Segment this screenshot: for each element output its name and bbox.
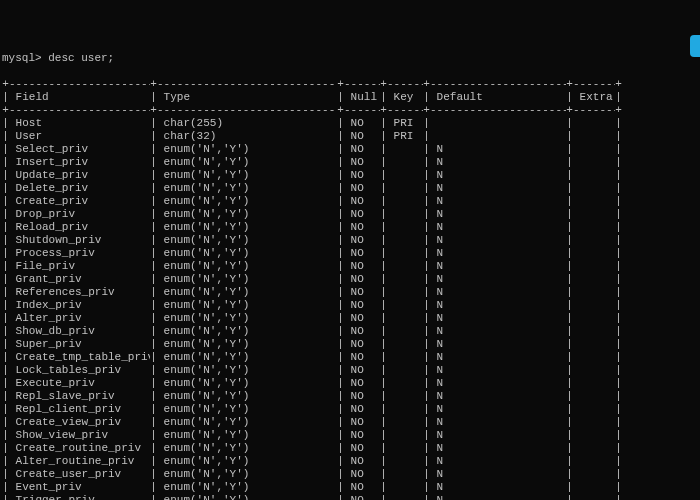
cell-field: Select_priv (9, 143, 150, 156)
cell-type: enum('N','Y') (157, 299, 337, 312)
cell-null: NO (344, 481, 380, 494)
cell-field: Show_db_priv (9, 325, 150, 338)
cell-field: Index_priv (9, 299, 150, 312)
cell-field: References_priv (9, 286, 150, 299)
cell-type: enum('N','Y') (157, 286, 337, 299)
cell-null: NO (344, 117, 380, 130)
cell-field: User (9, 130, 150, 143)
cell-null: NO (344, 455, 380, 468)
cell-extra (573, 182, 615, 195)
table-row: | User| char(32)| NO| PRI| | | (2, 130, 698, 143)
table-row: | Drop_priv| enum('N','Y')| NO| | N| | (2, 208, 698, 221)
cell-null: NO (344, 156, 380, 169)
cell-null: NO (344, 208, 380, 221)
cell-null: NO (344, 247, 380, 260)
cell-default: N (430, 156, 566, 169)
cell-key (387, 481, 423, 494)
cell-default: N (430, 208, 566, 221)
header-default: Default (430, 91, 566, 104)
cell-field: Host (9, 117, 150, 130)
cell-field: Alter_priv (9, 312, 150, 325)
cell-field: Reload_priv (9, 221, 150, 234)
table-row: | Super_priv| enum('N','Y')| NO| | N| | (2, 338, 698, 351)
cell-extra (573, 481, 615, 494)
cell-field: Repl_slave_priv (9, 390, 150, 403)
cell-key (387, 351, 423, 364)
cell-field: File_priv (9, 260, 150, 273)
mysql-prompt[interactable]: mysql> desc user; (2, 52, 698, 65)
cell-type: enum('N','Y') (157, 221, 337, 234)
cell-default: N (430, 312, 566, 325)
cell-extra (573, 494, 615, 500)
cell-type: enum('N','Y') (157, 455, 337, 468)
cell-field: Show_view_priv (9, 429, 150, 442)
cell-extra (573, 429, 615, 442)
cell-null: NO (344, 260, 380, 273)
cell-field: Create_tmp_table_priv (9, 351, 150, 364)
cell-default: N (430, 429, 566, 442)
table-header-row: | Field| Type| Null| Key| Default| Extra… (2, 91, 698, 104)
table-row: | Reload_priv| enum('N','Y')| NO| | N| | (2, 221, 698, 234)
cell-field: Create_priv (9, 195, 150, 208)
cell-type: enum('N','Y') (157, 273, 337, 286)
table-row: | Create_view_priv| enum('N','Y')| NO| |… (2, 416, 698, 429)
cell-field: Super_priv (9, 338, 150, 351)
cell-null: NO (344, 325, 380, 338)
cell-key (387, 182, 423, 195)
table-row: | Create_user_priv| enum('N','Y')| NO| |… (2, 468, 698, 481)
cell-type: enum('N','Y') (157, 312, 337, 325)
cell-key (387, 429, 423, 442)
table-row: | References_priv| enum('N','Y')| NO| | … (2, 286, 698, 299)
cell-field: Update_priv (9, 169, 150, 182)
cell-key (387, 286, 423, 299)
cell-key (387, 338, 423, 351)
cell-extra (573, 377, 615, 390)
cell-field: Insert_priv (9, 156, 150, 169)
cell-extra (573, 195, 615, 208)
table-row: | Delete_priv| enum('N','Y')| NO| | N| | (2, 182, 698, 195)
cell-field: Execute_priv (9, 377, 150, 390)
side-tab-icon[interactable] (690, 35, 700, 57)
cell-extra (573, 221, 615, 234)
cell-null: NO (344, 234, 380, 247)
cell-field: Event_priv (9, 481, 150, 494)
cell-key (387, 260, 423, 273)
cell-extra (573, 455, 615, 468)
cell-extra (573, 416, 615, 429)
cell-null: NO (344, 377, 380, 390)
cell-default: N (430, 299, 566, 312)
cell-default: N (430, 351, 566, 364)
cell-default: N (430, 416, 566, 429)
cell-key (387, 442, 423, 455)
cell-null: NO (344, 494, 380, 500)
cell-default: N (430, 273, 566, 286)
table-row: | Index_priv| enum('N','Y')| NO| | N| | (2, 299, 698, 312)
cell-field: Trigger_priv (9, 494, 150, 500)
cell-extra (573, 143, 615, 156)
cell-null: NO (344, 286, 380, 299)
cell-null: NO (344, 195, 380, 208)
cell-null: NO (344, 468, 380, 481)
cell-null: NO (344, 221, 380, 234)
cell-default: N (430, 169, 566, 182)
table-row: | Event_priv| enum('N','Y')| NO| | N| | (2, 481, 698, 494)
table-row: | Execute_priv| enum('N','Y')| NO| | N| … (2, 377, 698, 390)
cell-extra (573, 130, 615, 143)
table-row: | Update_priv| enum('N','Y')| NO| | N| | (2, 169, 698, 182)
table-rule: +------------------------+--------------… (2, 78, 698, 91)
cell-default: N (430, 364, 566, 377)
cell-default: N (430, 182, 566, 195)
cell-type: enum('N','Y') (157, 416, 337, 429)
cell-key (387, 403, 423, 416)
cell-key (387, 208, 423, 221)
cell-type: enum('N','Y') (157, 234, 337, 247)
cell-extra (573, 117, 615, 130)
cell-type: enum('N','Y') (157, 325, 337, 338)
cell-type: enum('N','Y') (157, 260, 337, 273)
cell-default: N (430, 195, 566, 208)
table-row: | Create_tmp_table_priv| enum('N','Y')| … (2, 351, 698, 364)
cell-type: enum('N','Y') (157, 468, 337, 481)
cell-extra (573, 247, 615, 260)
cell-type: enum('N','Y') (157, 351, 337, 364)
cell-key (387, 169, 423, 182)
